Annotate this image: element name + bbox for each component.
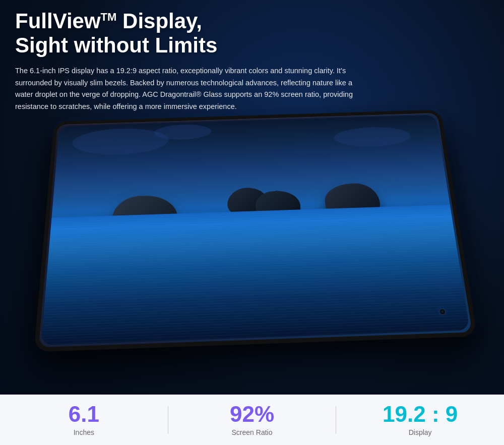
text-section: FullViewTM Display, Sight without Limits… (15, 9, 489, 113)
stats-section: 6.1 Inches 92% Screen Ratio 19.2 : 9 Dis… (0, 395, 504, 445)
water-reflection (41, 205, 470, 345)
phone-screen (41, 115, 470, 345)
cloud-2 (333, 126, 412, 148)
stat-display-label: Display (409, 428, 432, 436)
stat-screen-ratio-label: Screen Ratio (232, 428, 273, 436)
stat-screen-ratio: 92% Screen Ratio (168, 398, 336, 441)
stat-inches-value: 6.1 (69, 403, 99, 425)
phone-body (34, 109, 477, 352)
page-wrapper: FullViewTM Display, Sight without Limits… (0, 0, 504, 445)
stat-inches: 6.1 Inches (0, 398, 168, 441)
phone-area (0, 101, 504, 388)
screen-scene (41, 115, 470, 345)
phone-container (34, 109, 477, 352)
stat-inches-label: Inches (74, 428, 94, 436)
stat-display: 19.2 : 9 Display (336, 398, 504, 441)
title-line2: Sight without Limits (15, 33, 217, 57)
water-layer (41, 205, 470, 345)
description-text: The 6.1-inch IPS display has a 19.2:9 as… (15, 65, 358, 114)
cloud-3 (154, 124, 212, 140)
title-line1: FullViewTM Display, (15, 9, 202, 33)
trademark: TM (101, 11, 117, 23)
stat-display-value: 19.2 : 9 (383, 403, 458, 425)
stat-screen-ratio-value: 92% (230, 403, 274, 425)
main-title: FullViewTM Display, Sight without Limits (15, 9, 489, 58)
